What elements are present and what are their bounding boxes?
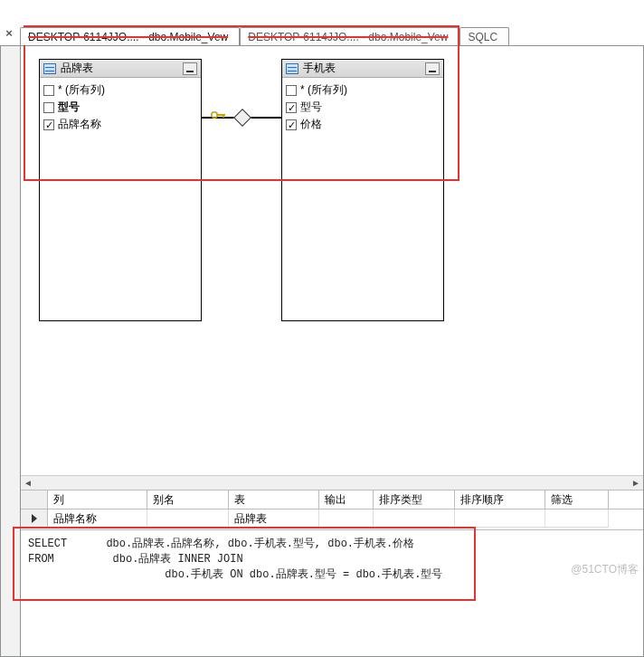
sql-line-on: dbo.手机表 ON dbo.品牌表.型号 = dbo.手机表.型号 [28,568,442,581]
checkbox-icon[interactable] [286,85,297,96]
tab-label: SQLC [468,31,497,43]
column-all[interactable]: * (所有列) [43,81,197,99]
svg-point-0 [212,112,217,118]
column-label: 型号 [58,100,80,115]
tab-sql[interactable]: SQLC [459,27,509,45]
colhdr-column[interactable]: 列 [48,490,147,509]
cell-table[interactable]: 品牌表 [229,509,319,528]
table-columns: * (所有列) 型号 品牌名称 [40,78,201,150]
minimize-icon[interactable] [425,62,440,75]
column-label: 品牌名称 [58,117,101,132]
table-titlebar[interactable]: 手机表 [282,60,443,78]
table-phone[interactable]: 手机表 * (所有列) 型号 价格 [281,59,444,321]
colhdr-output[interactable]: 输出 [319,490,374,509]
table-titlebar[interactable]: 品牌表 [40,60,201,78]
colhdr-sorttype[interactable]: 排序类型 [374,490,455,509]
minimize-icon[interactable] [183,62,197,75]
colhdr-sortorder[interactable]: 排序顺序 [455,490,545,509]
close-icon[interactable]: × [2,27,16,42]
table-brand[interactable]: 品牌表 * (所有列) 型号 品牌名称 [39,59,202,321]
column-label: * (所有列) [58,82,105,98]
diagram-pane[interactable]: 品牌表 * (所有列) 型号 品牌名称 [21,46,643,490]
checkbox-icon[interactable] [43,102,54,113]
column-all[interactable]: * (所有列) [286,81,440,99]
criteria-pane[interactable]: 列 别名 表 输出 排序类型 排序顺序 筛选 品牌名称 品牌表 [21,490,643,529]
sql-pane[interactable]: SELECT dbo.品牌表.品牌名称, dbo.手机表.型号, dbo.手机表… [21,529,643,656]
tab-label: DESKTOP-6114JJO.... - dbo.Mobile_Vew [28,31,228,43]
cell-output[interactable] [319,509,374,528]
sql-line-from: FROM dbo.品牌表 INNER JOIN [28,553,243,566]
scroll-left-icon[interactable]: ◄ [21,476,35,490]
view-designer: 品牌表 * (所有列) 型号 品牌名称 [20,45,644,657]
colhdr-filter[interactable]: 筛选 [545,490,609,509]
checkbox-icon[interactable] [286,119,297,130]
tab-label: DESKTOP-6114JJO.... - dbo.Mobile_Vew [248,31,448,43]
column-price[interactable]: 价格 [286,116,440,133]
horizontal-scrollbar[interactable]: ◄ ► [21,475,643,490]
row-header[interactable] [21,509,48,528]
sql-line-select: SELECT dbo.品牌表.品牌名称, dbo.手机表.型号, dbo.手机表… [28,538,414,550]
cell-sortorder[interactable] [455,509,545,528]
cell-filter[interactable] [545,509,609,528]
checkbox-icon[interactable] [286,102,297,113]
row-marker-icon [32,514,37,523]
column-label: 型号 [300,100,322,115]
row-header-corner [21,490,48,509]
table-icon [43,63,56,74]
column-brandname[interactable]: 品牌名称 [43,116,197,133]
tab-mobile-view-2[interactable]: DESKTOP-6114JJO.... - dbo.Mobile_Vew [240,27,459,45]
checkbox-icon[interactable] [43,119,54,130]
column-label: 价格 [300,117,322,132]
scroll-right-icon[interactable]: ► [629,476,643,490]
column-label: * (所有列) [300,82,347,98]
table-title: 手机表 [303,61,336,76]
colhdr-alias[interactable]: 别名 [147,490,229,509]
key-icon [211,110,227,120]
column-model[interactable]: 型号 [43,99,197,116]
table-columns: * (所有列) 型号 价格 [282,78,443,150]
grid-header-row: 列 别名 表 输出 排序类型 排序顺序 筛选 [21,490,643,509]
table-icon [286,63,298,74]
colhdr-table[interactable]: 表 [229,490,319,509]
table-title: 品牌表 [61,61,93,76]
grid-data-row[interactable]: 品牌名称 品牌表 [21,509,643,528]
column-model[interactable]: 型号 [286,99,440,116]
cell-alias[interactable] [147,509,229,528]
svg-rect-2 [223,114,224,118]
cell-sorttype[interactable] [374,509,455,528]
watermark: @51CTO博客 [571,562,639,577]
cell-column[interactable]: 品牌名称 [48,509,147,528]
tab-mobile-view-1[interactable]: DESKTOP-6114JJO.... - dbo.Mobile_Vew [20,27,240,45]
left-gutter [0,45,20,657]
document-tabs: DESKTOP-6114JJO.... - dbo.Mobile_Vew DES… [20,25,644,45]
checkbox-icon[interactable] [43,85,54,96]
join-diamond-icon[interactable] [233,109,251,127]
